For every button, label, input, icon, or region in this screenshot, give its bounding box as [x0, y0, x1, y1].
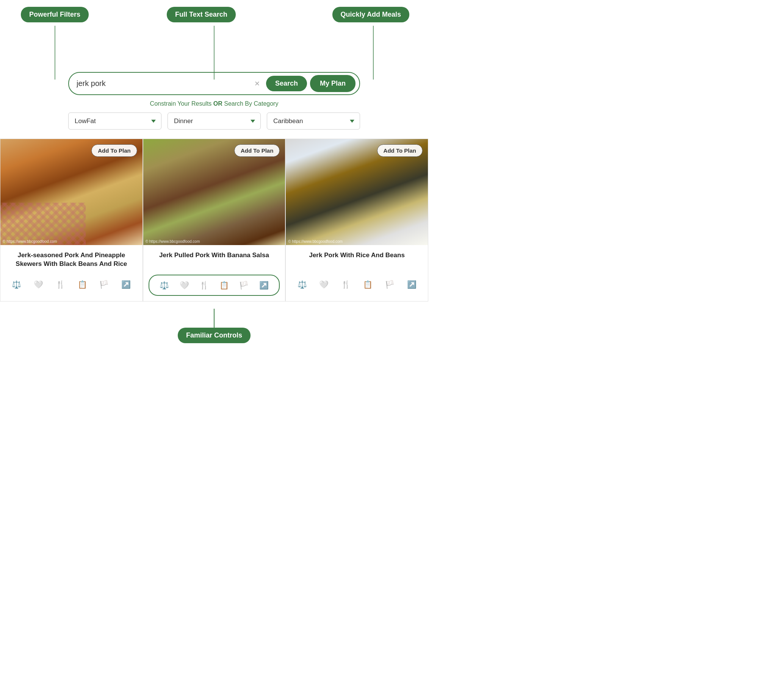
label-familiar-controls: Familiar Controls: [178, 328, 251, 343]
flag-icon-1[interactable]: 🏳️: [99, 279, 110, 290]
card-image-wrap-1: Add To Plan © https://www.bbcgoodfood.co…: [0, 139, 143, 245]
add-to-plan-button-2[interactable]: Add To Plan: [234, 144, 280, 157]
clear-button[interactable]: ✕: [251, 80, 263, 88]
card-title-1: Jerk-seasoned Pork And Pineapple Skewers…: [8, 251, 135, 269]
clipboard-icon-2[interactable]: 📋: [219, 280, 229, 291]
card-caption-1: © https://www.bbcgoodfood.com: [3, 239, 57, 244]
card-body-3: Jerk Pork With Rice And Beans: [286, 245, 428, 273]
heart-icon-1[interactable]: 🤍: [33, 279, 44, 290]
fork-icon-3[interactable]: 🍴: [341, 279, 351, 290]
card-body-1: Jerk-seasoned Pork And Pineapple Skewers…: [0, 245, 143, 273]
scale-icon-1[interactable]: ⚖️: [11, 279, 22, 290]
card-actions-2: ⚖️ 🤍 🍴 📋 🏳️ ↗️: [149, 275, 280, 296]
card-title-2: Jerk Pulled Pork With Banana Salsa: [151, 251, 278, 269]
fork-icon-1[interactable]: 🍴: [55, 279, 66, 290]
share-icon-3[interactable]: ↗️: [406, 279, 417, 290]
scale-icon-3[interactable]: ⚖️: [297, 279, 307, 290]
share-icon-2[interactable]: ↗️: [258, 280, 269, 291]
heart-icon-3[interactable]: 🤍: [319, 279, 329, 290]
label-full-text-search: Full Text Search: [167, 7, 236, 22]
card-image-wrap-2: Add To Plan © https://www.bbcgoodfood.co…: [143, 139, 285, 245]
card-actions-3: ⚖️ 🤍 🍴 📋 🏳️ ↗️: [286, 275, 428, 294]
card-actions-1: ⚖️ 🤍 🍴 📋 🏳️ ↗️: [0, 275, 143, 294]
filters-row: LowFat All Dinner Breakfast Lunch Caribb…: [68, 112, 360, 130]
flag-icon-3[interactable]: 🏳️: [384, 279, 395, 290]
fork-icon-2[interactable]: 🍴: [199, 280, 210, 291]
add-to-plan-button-1[interactable]: Add To Plan: [91, 144, 137, 157]
card-image-wrap-3: Add To Plan © https://www.bbcgoodfood.co…: [286, 139, 428, 245]
annotations-bottom: Familiar Controls: [0, 302, 428, 351]
share-icon-1[interactable]: ↗️: [121, 279, 132, 290]
meal-card-2: Add To Plan © https://www.bbcgoodfood.co…: [143, 139, 286, 302]
cards-grid: Add To Plan © https://www.bbcgoodfood.co…: [0, 139, 428, 302]
add-to-plan-button-3[interactable]: Add To Plan: [377, 144, 423, 157]
card-caption-2: © https://www.bbcgoodfood.com: [146, 239, 200, 244]
clipboard-icon-3[interactable]: 📋: [363, 279, 373, 290]
heart-icon-2[interactable]: 🤍: [179, 280, 190, 291]
label-quickly-add-meals: Quickly Add Meals: [332, 7, 409, 22]
search-section: ✕ Search My Plan Constrain Your Results …: [0, 72, 428, 130]
flag-icon-2[interactable]: 🏳️: [239, 280, 249, 291]
meal-card-1: Add To Plan © https://www.bbcgoodfood.co…: [0, 139, 143, 302]
constrain-text: Constrain Your Results OR Search By Cate…: [150, 100, 279, 107]
scale-icon-2[interactable]: ⚖️: [159, 280, 170, 291]
card-body-2: Jerk Pulled Pork With Banana Salsa: [143, 245, 285, 273]
bottom-connector-line: [214, 309, 215, 328]
card-title-3: Jerk Pork With Rice And Beans: [293, 251, 420, 269]
card-caption-3: © https://www.bbcgoodfood.com: [288, 239, 343, 244]
label-powerful-filters: Powerful Filters: [21, 7, 89, 22]
search-input[interactable]: [77, 79, 251, 88]
meal-card-3: Add To Plan © https://www.bbcgoodfood.co…: [285, 139, 428, 302]
filter-caribbean[interactable]: Caribbean American Asian Mediterranean: [267, 112, 360, 130]
filter-lowfat[interactable]: LowFat All: [68, 112, 161, 130]
clipboard-icon-1[interactable]: 📋: [77, 279, 88, 290]
filter-dinner[interactable]: Dinner Breakfast Lunch: [168, 112, 261, 130]
